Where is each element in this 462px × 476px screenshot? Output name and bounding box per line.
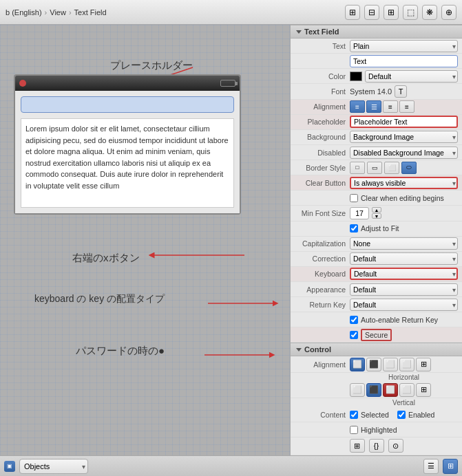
prop-row-border: Border Style □ ▭ ⬜ ⬭	[291, 160, 462, 175]
bottom-icon-1[interactable]: ⊞	[350, 439, 365, 453]
annotation-keyboard: keyboard の key の配置タイプ	[34, 293, 165, 305]
breadcrumb-item-2[interactable]: View	[50, 8, 66, 17]
prop-label-cap: Capitalization	[295, 239, 350, 248]
main-area: プレースホルダー Lorem ipsum dolor sit er elit l…	[0, 25, 462, 455]
clear-button-select[interactable]: Is always visible Never appears Appears …	[350, 177, 458, 189]
color-swatch[interactable]	[350, 72, 362, 81]
ctrl-vert-4[interactable]: ⬜	[399, 383, 414, 397]
clear-when-editing-checkbox[interactable]: Clear when editing begins	[350, 194, 444, 202]
prop-label-border: Border Style	[295, 164, 350, 172]
selected-label: Selected	[361, 411, 389, 419]
stepper-down[interactable]: ▼	[372, 213, 381, 219]
section-header-textfield: Text Field	[291, 25, 462, 39]
highlighted-checkbox[interactable]: Highlighted	[350, 426, 397, 434]
prop-row-text-value	[291, 54, 462, 69]
background-select[interactable]: Background Image	[350, 131, 458, 143]
section-label-control: Control	[304, 345, 331, 354]
ctrl-align-1[interactable]: ⬜	[350, 358, 365, 371]
return-key-select[interactable]: Default	[350, 299, 458, 311]
align-right-btn[interactable]: ≡	[383, 100, 398, 113]
adjust-to-fit-checkbox[interactable]: Adjust to Fit	[350, 224, 399, 232]
section-triangle-textfield	[296, 30, 302, 34]
keyboard-select[interactable]: Default	[350, 268, 458, 280]
toolbar-icon-2[interactable]: ⊟	[364, 5, 379, 20]
appearance-select[interactable]: Default	[350, 283, 458, 296]
appearance-select-wrapper: Default	[350, 283, 458, 296]
bottom-icon-3[interactable]: ⊙	[388, 439, 403, 453]
disabled-select-wrapper: Disabled Background Image	[350, 147, 458, 159]
bottom-icon-2[interactable]: {}	[369, 439, 384, 453]
prop-row-text: Text Plain Attributed	[291, 39, 462, 54]
right-panel: Text Field Text Plain Attributed Color	[290, 25, 462, 455]
border-none-btn[interactable]: □	[350, 162, 365, 174]
bottom-list-btn[interactable]: ☰	[423, 459, 439, 474]
auto-enable-input[interactable]	[350, 316, 358, 324]
ctrl-vert-5[interactable]: ⊞	[416, 383, 431, 397]
ctrl-align-5[interactable]: ⊞	[416, 358, 431, 371]
breadcrumb-item-1[interactable]: b (English)	[6, 8, 42, 17]
objects-select[interactable]: Objects	[19, 459, 88, 474]
prop-control-min-font: ▲ ▼	[350, 207, 458, 219]
ctrl-align-2[interactable]: ⬛	[366, 358, 381, 371]
align-center-btn[interactable]: ☰	[366, 100, 381, 113]
prop-control-appearance: Default	[350, 283, 458, 296]
cap-select[interactable]: None	[350, 237, 458, 250]
enabled-checkbox[interactable]: Enabled	[397, 411, 435, 419]
text-value-input[interactable]	[350, 55, 458, 67]
color-select[interactable]: Default	[365, 70, 458, 83]
selected-input[interactable]	[350, 411, 358, 419]
prop-control-auto-enable: Auto-enable Return Key	[350, 316, 458, 324]
auto-enable-checkbox[interactable]: Auto-enable Return Key	[350, 316, 438, 324]
annotation-xbutton: 右端のxボタン	[72, 252, 140, 265]
align-left-btn[interactable]: ≡	[350, 100, 365, 113]
secure-checkbox[interactable]: Secure	[350, 329, 392, 341]
text-select[interactable]: Plain Attributed	[350, 40, 458, 52]
toolbar-icon-1[interactable]: ⊞	[345, 5, 360, 20]
bottom-grid-btn[interactable]: ⊞	[443, 459, 458, 474]
ctrl-vert-3[interactable]: ⬜	[383, 383, 398, 397]
secure-input[interactable]	[350, 331, 358, 339]
main-toolbar: b (English) › View › Text Field ⊞ ⊟ ⊞ ⬚ …	[0, 0, 462, 25]
prop-label-disabled: Disabled	[295, 149, 350, 157]
ctrl-vert-2[interactable]: ⬛	[366, 383, 381, 397]
font-picker-btn[interactable]: T	[395, 85, 407, 98]
border-line-btn[interactable]: ▭	[367, 162, 382, 174]
toolbar-icon-5[interactable]: ❋	[422, 5, 437, 20]
highlighted-input[interactable]	[350, 426, 358, 434]
prop-row-disabled: Disabled Disabled Background Image	[291, 145, 462, 160]
correction-select[interactable]: Default	[350, 252, 458, 265]
prop-row-alignment: Alignment ≡ ☰ ≡ ≡	[291, 100, 462, 115]
prop-control-content: Selected Enabled	[350, 411, 458, 419]
disabled-select[interactable]: Disabled Background Image	[350, 147, 458, 159]
border-rounded-btn[interactable]: ⬭	[401, 162, 417, 174]
stepper-up[interactable]: ▲	[372, 207, 381, 213]
breadcrumb-sep-2: ›	[69, 8, 72, 17]
toolbar-icon-4[interactable]: ⬚	[403, 5, 418, 20]
objects-select-wrapper: Objects	[19, 459, 88, 474]
min-font-value[interactable]	[350, 207, 369, 219]
placeholder-input[interactable]	[350, 116, 458, 128]
toolbar-icon-6[interactable]: ⊕	[441, 5, 456, 20]
ctrl-vert-1[interactable]: ⬜	[350, 383, 365, 397]
correction-select-wrapper: Default	[350, 252, 458, 265]
device-textfield[interactable]	[21, 96, 234, 113]
objects-icon-container: ▣	[4, 461, 15, 472]
prop-control-secure: Secure	[350, 329, 458, 341]
clear-editing-input[interactable]	[350, 194, 358, 202]
border-bezel-btn[interactable]: ⬜	[384, 162, 399, 174]
selected-checkbox[interactable]: Selected	[350, 411, 389, 419]
prop-row-ctrl-vertical: ⬜ ⬛ ⬜ ⬜ ⊞	[291, 382, 462, 398]
prop-control-ctrl-alignment: ⬜ ⬛ ⬜ ⬜ ⊞	[350, 358, 458, 371]
ctrl-align-row: ⬜ ⬛ ⬜ ⬜ ⊞	[350, 358, 431, 371]
enabled-input[interactable]	[397, 411, 406, 419]
ctrl-align-3[interactable]: ⬜	[383, 358, 398, 371]
breadcrumb-item-3[interactable]: Text Field	[74, 8, 107, 17]
toolbar-icon-3[interactable]: ⊞	[384, 5, 399, 20]
keyboard-select-wrapper: Default	[350, 268, 458, 280]
prop-row-content: Content Selected Enabled	[291, 407, 462, 422]
adjust-to-fit-input[interactable]	[350, 224, 358, 232]
align-justify-btn[interactable]: ≡	[399, 100, 414, 113]
prop-control-correction: Default	[350, 252, 458, 265]
ctrl-align-4[interactable]: ⬜	[399, 358, 414, 371]
min-font-stepper: ▲ ▼	[350, 207, 381, 219]
